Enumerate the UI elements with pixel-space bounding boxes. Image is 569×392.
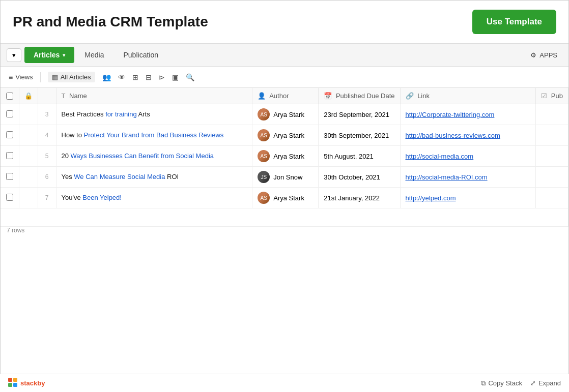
tab-media-label: Media	[84, 51, 104, 59]
row-checkbox[interactable]	[6, 194, 13, 201]
hide-button[interactable]: 👁	[118, 73, 125, 81]
author-name: Arya Stark	[273, 153, 304, 160]
row-date-cell: 21st January, 2022	[319, 188, 400, 208]
row-number: 3	[38, 104, 56, 125]
th-date-label: Published Due Date	[336, 92, 395, 100]
articles-table: 🔒 T Name 👤 Author 📅 Published Due Date 🔗	[1, 88, 568, 227]
empty-add-row	[1, 208, 568, 227]
row-lock-cell	[19, 167, 38, 188]
row-pub-cell	[536, 146, 568, 167]
apps-button[interactable]: ⚙ APPS	[525, 49, 562, 61]
article-link[interactable]: http://yelped.com	[406, 194, 456, 202]
row-number: 4	[38, 125, 56, 146]
group-button[interactable]: 👥	[102, 73, 111, 81]
svg-rect-2	[8, 383, 12, 387]
author-cell: AS Arya Stark	[258, 129, 313, 141]
table-row: 3Best Practices for training Arts AS Ary…	[1, 104, 568, 125]
article-title: How to Protect Your Brand from Bad Busin…	[62, 131, 224, 139]
author-name: Arya Stark	[273, 111, 304, 118]
row-name-cell[interactable]: 20 Ways Businesses Can Benefit from Soci…	[56, 146, 252, 167]
row-name-cell[interactable]: Yes We Can Measure Social Media ROI	[56, 167, 252, 188]
row-checkbox-cell	[1, 125, 19, 146]
tab-articles[interactable]: Articles ▾	[24, 47, 74, 63]
row-link-cell[interactable]: http://bad-business-reviews.com	[400, 125, 536, 146]
published-date: 21st January, 2022	[324, 194, 380, 202]
author-cell: AS Arya Stark	[258, 108, 313, 120]
published-date: 30th October, 2021	[324, 173, 380, 181]
row-author-cell: AS Arya Stark	[252, 188, 319, 208]
th-pub[interactable]: ☑ Pub	[536, 88, 568, 104]
row-name-cell[interactable]: How to Protect Your Brand from Bad Busin…	[56, 125, 252, 146]
chevron-down-icon: ▾	[12, 51, 16, 59]
author-name: Arya Stark	[273, 194, 304, 202]
row-pub-cell	[536, 167, 568, 188]
views-button[interactable]: ≡ Views	[9, 73, 33, 81]
author-name: Jon Snow	[273, 173, 302, 181]
published-date: 30th September, 2021	[324, 132, 389, 139]
row-link-cell[interactable]: http://yelped.com	[400, 188, 536, 208]
footer-right: ⧉ Copy Stack ⤢ Expand	[481, 379, 561, 387]
brand-logo: stackby	[8, 378, 45, 388]
tab-publication[interactable]: Publication	[115, 47, 168, 63]
card-view-button[interactable]: ▣	[172, 73, 179, 81]
tab-dropdown-button[interactable]: ▾	[7, 48, 21, 62]
row-name-cell[interactable]: Best Practices for training Arts	[56, 104, 252, 125]
search-button[interactable]: 🔍	[186, 73, 194, 81]
apps-label: APPS	[539, 51, 557, 59]
article-title: Yes We Can Measure Social Media ROI	[62, 173, 179, 180]
row-author-cell: AS Arya Stark	[252, 125, 319, 146]
published-date: 23rd September, 2021	[324, 111, 389, 118]
all-articles-label: All Articles	[61, 73, 91, 81]
sort-button[interactable]: ⊟	[146, 73, 152, 81]
eye-icon: 👁	[118, 73, 125, 81]
row-number: 6	[38, 167, 56, 188]
group-icon: 👥	[102, 73, 111, 81]
tab-media[interactable]: Media	[75, 47, 113, 63]
row-pub-cell	[536, 125, 568, 146]
row-checkbox-cell	[1, 104, 19, 125]
th-pub-label: Pub	[551, 92, 563, 100]
article-link[interactable]: http://social-media-ROI.com	[406, 173, 488, 181]
copy-icon: ⧉	[481, 379, 486, 387]
stackby-icon	[8, 378, 17, 388]
sliders-icon: ⊞	[132, 73, 138, 81]
row-checkbox[interactable]	[6, 131, 13, 138]
row-checkbox[interactable]	[6, 173, 13, 180]
row-link-cell[interactable]: http://social-media-ROI.com	[400, 167, 536, 188]
th-name[interactable]: T Name	[56, 88, 252, 104]
row-link-cell[interactable]: http://Corporate-twittering.com	[400, 104, 536, 125]
select-all-checkbox[interactable]	[6, 93, 13, 100]
th-published-due-date[interactable]: 📅 Published Due Date	[319, 88, 400, 104]
row-checkbox-cell	[1, 188, 19, 208]
article-link[interactable]: http://social-media.com	[406, 153, 474, 160]
filter-adjust-button[interactable]: ⊞	[132, 73, 138, 81]
row-lock-cell	[19, 146, 38, 167]
th-lock: 🔒	[19, 88, 38, 104]
article-title: You've Been Yelped!	[62, 194, 122, 201]
th-link[interactable]: 🔗 Link	[400, 88, 536, 104]
th-author[interactable]: 👤 Author	[252, 88, 319, 104]
copy-stack-button[interactable]: ⧉ Copy Stack	[481, 379, 522, 387]
footer: stackby ⧉ Copy Stack ⤢ Expand	[0, 374, 569, 392]
page-title: PR and Media CRM Template	[13, 14, 208, 30]
filter-button[interactable]: ⊳	[159, 73, 165, 81]
article-link[interactable]: http://Corporate-twittering.com	[406, 111, 495, 118]
row-lock-cell	[19, 188, 38, 208]
row-lock-cell	[19, 104, 38, 125]
all-articles-button[interactable]: ▦ All Articles	[48, 72, 95, 82]
row-lock-cell	[19, 125, 38, 146]
search-icon: 🔍	[186, 73, 194, 81]
use-template-button[interactable]: Use Template	[472, 10, 556, 34]
row-number: 5	[38, 146, 56, 167]
expand-button[interactable]: ⤢ Expand	[530, 379, 561, 387]
row-link-cell[interactable]: http://social-media.com	[400, 146, 536, 167]
table-row: 7You've Been Yelped! AS Arya Stark 21st …	[1, 188, 568, 208]
author-cell: AS Arya Stark	[258, 150, 313, 162]
row-name-cell[interactable]: You've Been Yelped!	[56, 188, 252, 208]
row-checkbox[interactable]	[6, 152, 13, 159]
lock-icon: 🔒	[24, 92, 33, 100]
expand-label: Expand	[538, 379, 561, 387]
apps-icon: ⚙	[530, 51, 536, 59]
article-link[interactable]: http://bad-business-reviews.com	[406, 132, 500, 139]
row-checkbox[interactable]	[6, 110, 13, 117]
